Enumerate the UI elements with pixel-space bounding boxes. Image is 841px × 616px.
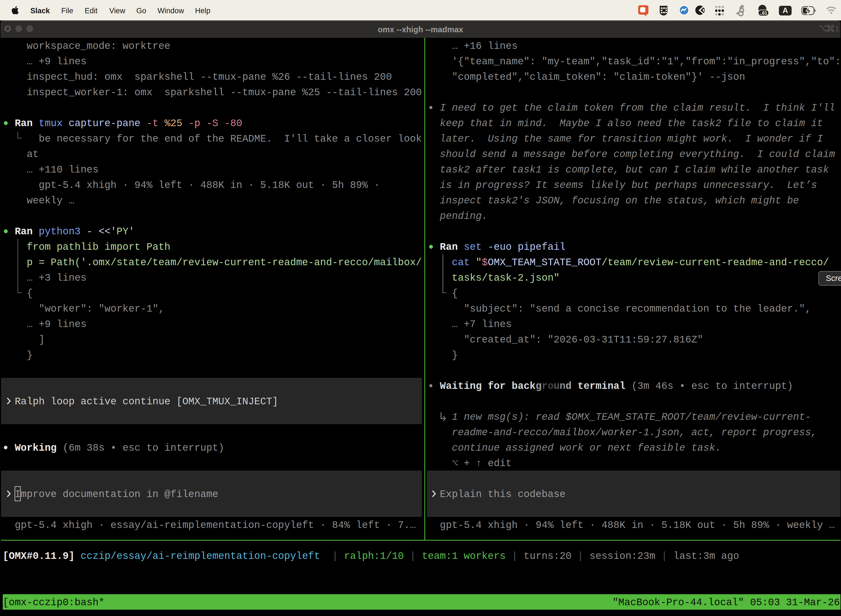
svg-text:..61: ..61 (760, 10, 767, 15)
svg-text:1: 1 (835, 25, 839, 33)
